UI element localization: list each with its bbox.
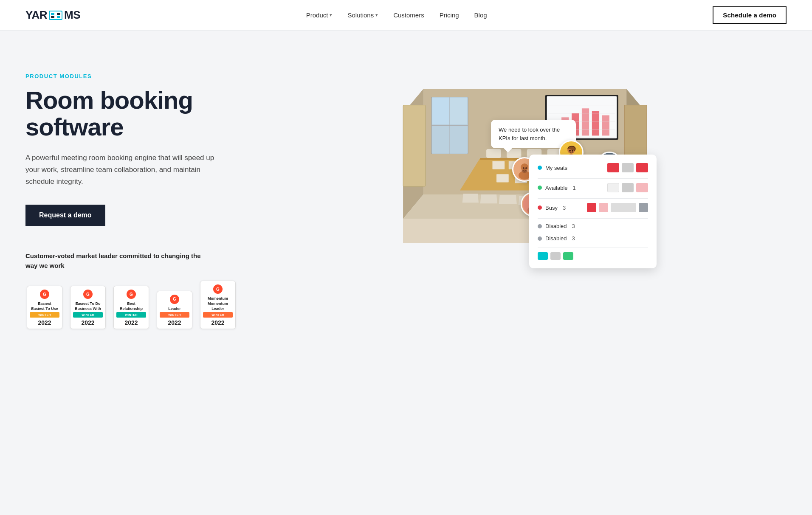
- logo[interactable]: YAR MS: [25, 8, 80, 22]
- g2-logo-icon: G: [127, 290, 136, 299]
- logo-text-yar: YAR: [25, 8, 47, 22]
- svg-rect-1: [51, 13, 54, 15]
- navbar: YAR MS Product ▾ Solutions ▾ Customers P…: [0, 0, 812, 31]
- color-sq-gray: [550, 252, 561, 260]
- disabled-label-1: Disabled: [545, 223, 567, 229]
- badges-row: G EasiestEasiest To Use WINTER 2022 G Ea…: [25, 281, 255, 329]
- badge-easiest-business: G Easiest To DoBusiness With WINTER 2022: [69, 286, 107, 329]
- disabled-label-2: Disabled: [545, 235, 567, 242]
- svg-rect-15: [450, 98, 467, 124]
- teal-dot-icon: [538, 166, 542, 170]
- busy-blocks: [587, 203, 648, 212]
- nav-product[interactable]: Product ▾: [306, 11, 333, 19]
- hero-eyebrow: PRODUCT MODULES: [25, 73, 255, 79]
- seat-divider2: [538, 198, 648, 199]
- svg-rect-16: [403, 105, 426, 186]
- busy-label: Busy: [545, 205, 558, 211]
- seat-block-red: [607, 163, 619, 172]
- seat-panel-row-disabled1: Disabled 3: [538, 223, 648, 229]
- my-seats-blocks: [607, 163, 648, 172]
- seat-block-light-sm: [599, 203, 608, 212]
- logo-icon: [49, 11, 62, 20]
- hero-description: A powerful meeting room booking engine t…: [25, 152, 225, 188]
- schedule-demo-button[interactable]: Schedule a demo: [713, 6, 787, 24]
- seat-divider: [538, 178, 648, 179]
- color-sq-cyan: [538, 252, 548, 260]
- seat-divider4: [538, 248, 648, 248]
- svg-rect-25: [582, 108, 589, 135]
- svg-rect-27: [602, 115, 609, 136]
- svg-rect-41: [496, 174, 509, 182]
- badges-title: Customer-voted market leader committed t…: [25, 251, 204, 270]
- request-demo-button[interactable]: Request a demo: [25, 205, 105, 226]
- seat-block-dark: [639, 203, 648, 212]
- seat-divider3: [538, 218, 648, 219]
- badge-momentum-leader: G MomentumMomentum Leader WINTER 2022: [199, 281, 237, 329]
- badge-leader: G Leader WINTER 2022: [155, 291, 194, 329]
- seat-block-red2: [636, 163, 648, 172]
- svg-rect-0: [49, 11, 62, 20]
- badges-section: Customer-voted market leader committed t…: [25, 251, 255, 329]
- seat-bottom-colors: [538, 252, 648, 260]
- seat-panel: My seats Available 1: [529, 155, 657, 268]
- svg-marker-54: [499, 195, 517, 204]
- svg-point-63: [523, 167, 524, 169]
- room-illustration: We need to look over the KPIs for last m…: [393, 65, 665, 285]
- svg-rect-3: [57, 13, 60, 15]
- busy-count: 3: [563, 205, 566, 211]
- svg-point-69: [569, 150, 571, 152]
- green-dot-icon: [538, 186, 542, 190]
- svg-rect-4: [57, 16, 60, 18]
- available-label: Available: [545, 185, 568, 191]
- svg-rect-14: [432, 98, 449, 124]
- seat-block-wide: [611, 203, 636, 212]
- badge-best-relationship: G BestRelationship WINTER 2022: [112, 286, 150, 329]
- seat-block-empty: [607, 183, 619, 192]
- svg-marker-53: [480, 194, 497, 203]
- nav-customers[interactable]: Customers: [393, 11, 424, 19]
- gray-dot-icon: [538, 224, 542, 228]
- nav-pricing[interactable]: Pricing: [440, 11, 459, 19]
- g2-logo-icon: G: [83, 290, 93, 299]
- badge-easiest-to-use: G EasiestEasiest To Use WINTER 2022: [25, 286, 64, 329]
- hero-right: We need to look over the KPIs for last m…: [272, 65, 787, 285]
- svg-marker-52: [462, 194, 479, 203]
- my-seats-label: My seats: [545, 165, 567, 171]
- svg-point-65: [522, 169, 527, 173]
- g2-logo-icon: G: [40, 290, 49, 299]
- seat-block-red-sm: [587, 203, 596, 212]
- chevron-down-icon: ▾: [330, 12, 332, 18]
- seat-block-gray: [622, 163, 634, 172]
- seat-panel-row-available: Available 1: [538, 183, 648, 192]
- svg-point-64: [525, 167, 527, 169]
- seat-panel-row-busy: Busy 3: [538, 203, 648, 212]
- color-sq-green: [563, 252, 573, 260]
- nav-solutions[interactable]: Solutions ▾: [347, 11, 378, 19]
- seat-block-pink: [636, 183, 648, 192]
- chevron-down-icon: ▾: [375, 12, 378, 18]
- g2-logo-icon: G: [170, 295, 179, 304]
- logo-text-ms: MS: [64, 8, 80, 22]
- seat-block-gray2: [622, 183, 634, 192]
- disabled-count-2: 3: [572, 235, 575, 242]
- g2-logo-icon: G: [213, 284, 223, 294]
- svg-rect-35: [492, 161, 505, 169]
- svg-rect-47: [486, 149, 501, 158]
- nav-actions: Schedule a demo: [713, 6, 787, 24]
- disabled-count-1: 3: [572, 223, 575, 229]
- gray-dot-icon2: [538, 236, 542, 241]
- available-count: 1: [573, 185, 576, 191]
- hero-left: PRODUCT MODULES Room booking software A …: [25, 65, 255, 329]
- red-dot-icon: [538, 205, 542, 210]
- seat-panel-row-myseats: My seats: [538, 163, 648, 172]
- hero-title: Room booking software: [25, 87, 255, 140]
- nav-blog[interactable]: Blog: [474, 11, 487, 19]
- svg-rect-2: [51, 16, 54, 18]
- available-blocks: [607, 183, 648, 192]
- seat-panel-row-disabled2: Disabled 3: [538, 235, 648, 242]
- hero-section: PRODUCT MODULES Room booking software A …: [0, 31, 812, 515]
- nav-links: Product ▾ Solutions ▾ Customers Pricing …: [306, 11, 487, 19]
- svg-rect-26: [592, 111, 599, 135]
